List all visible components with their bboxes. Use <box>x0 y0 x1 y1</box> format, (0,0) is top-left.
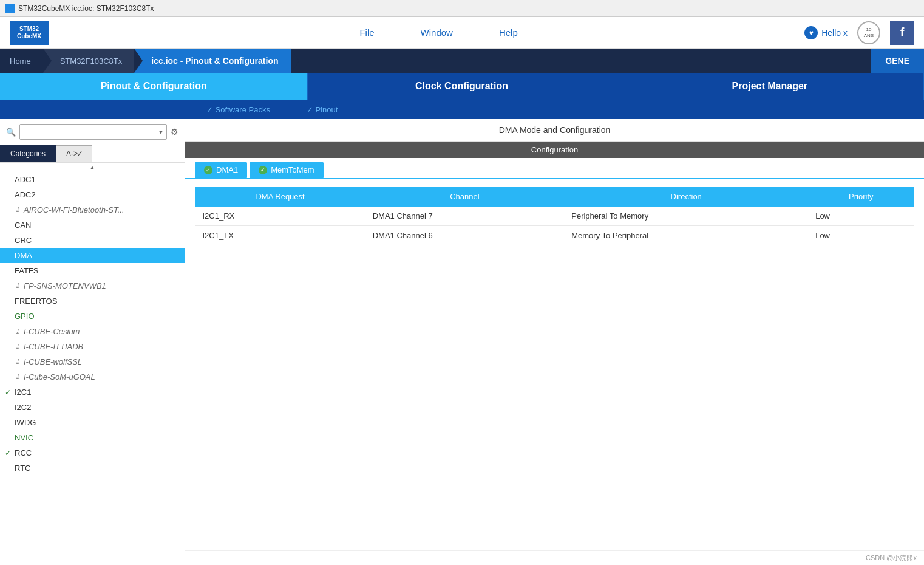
download-icon-cesium: ⤓ <box>15 327 20 335</box>
cell-direction-1: Memory To Peripheral <box>564 226 808 245</box>
menu-help[interactable]: Help <box>494 25 523 40</box>
search-icon: 🔍 <box>6 128 16 137</box>
table-row[interactable]: I2C1_TX DMA1 Channel 6 Memory To Periphe… <box>195 226 914 245</box>
breadcrumb-project[interactable]: icc.ioc - Pinout & Configuration <box>134 49 290 73</box>
tab-project-manager[interactable]: Project Manager <box>616 73 924 100</box>
breadcrumb-chip[interactable]: STM32F103C8Tx <box>43 49 135 73</box>
breadcrumb-arrow-home <box>43 49 52 73</box>
sidebar-item-nvic[interactable]: NVIC <box>0 430 185 445</box>
cell-channel-1: DMA1 Channel 6 <box>365 226 565 245</box>
download-icon-som: ⤓ <box>15 373 20 381</box>
dma-table: DMA Request Channel Direction Priority I… <box>195 187 914 245</box>
sidebar-item-adc1[interactable]: ADC1 <box>0 172 185 187</box>
menu-window[interactable]: Window <box>416 25 458 40</box>
breadcrumb-home[interactable]: Home <box>0 49 43 73</box>
anniversary-badge: 10ANS <box>857 21 880 44</box>
sidebar-list: ADC1 ADC2 ⤓ AIROC-Wi-Fi-Bluetooth-ST... … <box>0 172 185 565</box>
sidebar-item-rtc[interactable]: RTC <box>0 461 185 476</box>
col-header-request: DMA Request <box>195 187 365 207</box>
cell-direction-0: Peripheral To Memory <box>564 207 808 226</box>
sidebar-item-fatfs[interactable]: FATFS <box>0 263 185 278</box>
search-dropdown-arrow: ▼ <box>158 129 164 135</box>
config-tab-memtomem[interactable]: ✓ MemToMem <box>250 162 324 178</box>
sidebar-item-i2c2[interactable]: I2C2 <box>0 400 185 415</box>
cell-request-0: I2C1_RX <box>195 207 365 226</box>
sidebar-item-i-cube-som[interactable]: ⤓ I-Cube-SoM-uGOAL <box>0 369 185 385</box>
download-icon-wolfssl: ⤓ <box>15 358 20 366</box>
download-icon-fp-sns: ⤓ <box>15 282 20 290</box>
sidebar-item-i-cube-ittiadb[interactable]: ⤓ I-CUBE-ITTIADB <box>0 339 185 354</box>
sidebar-item-i-cube-wolfssl[interactable]: ⤓ I-CUBE-wolfSSL <box>0 354 185 369</box>
dma-table-wrap: DMA Request Channel Direction Priority I… <box>185 179 924 550</box>
download-icon-airoc: ⤓ <box>15 206 20 214</box>
menu-items: File Window Help <box>73 25 804 40</box>
user-area: ♥ Hello x <box>804 26 848 39</box>
sidebar-item-dma[interactable]: DMA <box>0 248 185 263</box>
gear-icon[interactable]: ⚙ <box>171 127 178 137</box>
cell-priority-0: Low <box>808 207 914 226</box>
logo: STM32 CubeMX <box>10 21 49 45</box>
download-icon-ittiadb: ⤓ <box>15 343 20 351</box>
table-row[interactable]: I2C1_RX DMA1 Channel 7 Peripheral To Mem… <box>195 207 914 226</box>
sidebar-item-iwdg[interactable]: IWDG <box>0 415 185 430</box>
sub-nav: ✓ Software Packs ✓ Pinout <box>0 100 924 119</box>
logo-area: STM32 CubeMX <box>10 21 49 45</box>
dma-table-header: DMA Request Channel Direction Priority <box>195 187 914 207</box>
sidebar-tab-az[interactable]: A->Z <box>56 145 92 162</box>
config-tab-dma1[interactable]: ✓ DMA1 <box>195 162 247 178</box>
tab-clock[interactable]: Clock Configuration <box>308 73 616 100</box>
sub-nav-software-packs[interactable]: ✓ Software Packs <box>206 105 270 114</box>
menu-file[interactable]: File <box>355 25 379 40</box>
main-layout: 🔍 ▼ ⚙ Categories A->Z ▲ ADC1 ADC2 ⤓ AIRO… <box>0 119 924 565</box>
tab-check-dma1: ✓ <box>204 166 212 174</box>
content-title: DMA Mode and Configuration <box>185 119 924 142</box>
app-icon <box>5 4 15 13</box>
sidebar-item-i-cube-cesium[interactable]: ⤓ I-CUBE-Cesium <box>0 324 185 339</box>
cell-channel-0: DMA1 Channel 7 <box>365 207 565 226</box>
sidebar-item-fp-sns[interactable]: ⤓ FP-SNS-MOTENVWB1 <box>0 278 185 293</box>
sidebar-item-airoc[interactable]: ⤓ AIROC-Wi-Fi-Bluetooth-ST... <box>0 202 185 217</box>
breadcrumb-bar: Home STM32F103C8Tx icc.ioc - Pinout & Co… <box>0 49 924 73</box>
sidebar-item-adc2[interactable]: ADC2 <box>0 187 185 202</box>
config-header: Configuration <box>185 142 924 158</box>
sidebar-item-freertos[interactable]: FREERTOS <box>0 293 185 309</box>
sidebar-item-gpio[interactable]: GPIO <box>0 309 185 324</box>
tab-check-memtomem: ✓ <box>259 166 267 174</box>
scroll-up-arrow[interactable]: ▲ <box>0 163 185 172</box>
sidebar-item-i2c1[interactable]: I2C1 <box>0 385 185 400</box>
breadcrumb-arrow-project <box>291 49 299 73</box>
sidebar-tab-categories[interactable]: Categories <box>0 145 56 162</box>
tab-pinout[interactable]: Pinout & Configuration <box>0 73 308 100</box>
cell-request-1: I2C1_TX <box>195 226 365 245</box>
anniversary-text: 10ANS <box>864 27 874 38</box>
user-icon: ♥ <box>804 26 818 39</box>
sidebar-search-bar: 🔍 ▼ ⚙ <box>0 119 185 145</box>
content-area: DMA Mode and Configuration Configuration… <box>185 119 924 565</box>
tab-bar: Pinout & Configuration Clock Configurati… <box>0 73 924 100</box>
title-bar: STM32CubeMX icc.ioc: STM32F103C8Tx <box>0 0 924 17</box>
sidebar-tabs: Categories A->Z <box>0 145 185 163</box>
facebook-button[interactable]: f <box>890 21 914 45</box>
content-footer: CSDN @小浣熊x <box>185 550 924 565</box>
sidebar-item-crc[interactable]: CRC <box>0 233 185 248</box>
sub-nav-pinout[interactable]: ✓ Pinout <box>307 105 338 114</box>
user-label: Hello x <box>821 28 848 38</box>
dma-table-body: I2C1_RX DMA1 Channel 7 Peripheral To Mem… <box>195 207 914 245</box>
breadcrumb-arrow-chip <box>134 49 143 73</box>
cell-priority-1: Low <box>808 226 914 245</box>
col-header-priority: Priority <box>808 187 914 207</box>
sidebar: 🔍 ▼ ⚙ Categories A->Z ▲ ADC1 ADC2 ⤓ AIRO… <box>0 119 185 565</box>
search-input[interactable]: ▼ <box>19 124 167 140</box>
col-header-channel: Channel <box>365 187 565 207</box>
menu-bar: STM32 CubeMX File Window Help ♥ Hello x … <box>0 17 924 49</box>
col-header-direction: Direction <box>564 187 808 207</box>
sidebar-item-can[interactable]: CAN <box>0 217 185 233</box>
menu-right: ♥ Hello x 10ANS f <box>804 21 914 45</box>
generate-button[interactable]: GENE <box>871 49 924 73</box>
sidebar-item-rcc[interactable]: RCC <box>0 445 185 461</box>
config-tabs: ✓ DMA1 ✓ MemToMem <box>185 158 924 179</box>
title-bar-text: STM32CubeMX icc.ioc: STM32F103C8Tx <box>18 4 154 13</box>
